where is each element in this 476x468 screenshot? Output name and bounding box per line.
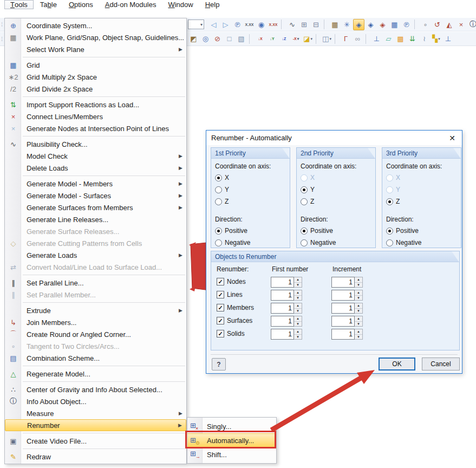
first-number-input-solids[interactable]: 1▲▼ — [271, 329, 302, 340]
menu-tools[interactable]: Tools — [4, 0, 34, 9]
dimension-lines-icon[interactable]: X.XX — [244, 19, 255, 30]
menu-window[interactable]: Window — [162, 0, 198, 9]
spinner-up-icon[interactable]: ▲ — [294, 277, 302, 283]
menu-item-renumber[interactable]: Renumber▶ — [5, 419, 186, 431]
toolbar-combo[interactable]: ▾ — [188, 20, 204, 29]
menu-item-grid[interactable]: ▦Grid — [5, 59, 186, 71]
tangent-toolbar-icon[interactable]: ∘ — [420, 19, 431, 30]
spinner-down-icon[interactable]: ▼ — [294, 309, 302, 314]
submenu-item-shift[interactable]: ⊞→Shift... — [187, 447, 276, 461]
checkbox-solids[interactable]: ✓ — [217, 330, 224, 337]
spinner-down-icon[interactable]: ▼ — [294, 335, 302, 340]
menu-item-plausibility-check[interactable]: ∿Plausibility Check... — [5, 138, 186, 150]
menu-item-work-plane-grid-snap-object-snap-guidelines[interactable]: ▦Work Plane, Grid/Snap, Object Snap, Gui… — [5, 31, 186, 43]
view-in-minus-x-icon[interactable]: -X▾ — [290, 33, 302, 44]
workplane-yz-icon[interactable]: ◈ — [365, 19, 376, 30]
menu-item-generate-loads[interactable]: Generate Loads▶ — [5, 249, 186, 261]
submenu-item-automatically[interactable]: ⊞⚙Automatically... — [187, 433, 276, 447]
menu-item-generate-nodes-at-intersection-point-of-lines[interactable]: ×Generate Nodes at Intersection Point of… — [5, 122, 186, 134]
menu-item-regenerate-model[interactable]: △Regenerate Model... — [5, 368, 186, 380]
view-next-icon[interactable]: ▷ — [220, 19, 231, 30]
rotate-toolbar-icon[interactable]: ↺ — [432, 19, 443, 30]
table-panel-icon[interactable]: ⊞ — [298, 19, 310, 30]
perspective-view-icon[interactable]: ▧ — [236, 33, 247, 44]
menu-item-grid-multiply-2x-space[interactable]: ∗2Grid Multiply 2x Space — [5, 71, 186, 83]
spinner-up-icon[interactable]: ▲ — [355, 303, 362, 309]
spinner-up-icon[interactable]: ▲ — [294, 329, 302, 335]
first-number-input-nodes-value[interactable]: 1 — [271, 277, 294, 288]
menu-item-grid-divide-2x-space[interactable]: /2Grid Divide 2x Space — [5, 83, 186, 95]
increment-input-lines[interactable]: 1▲▼ — [331, 290, 363, 301]
spinner-up-icon[interactable]: ▲ — [355, 329, 362, 335]
spinner-down-icon[interactable]: ▼ — [294, 322, 302, 327]
radio-axis-1st-priority-x[interactable]: X — [215, 172, 290, 184]
spinner-up-icon[interactable]: ▲ — [355, 277, 362, 283]
menu-item-set-parallel-line[interactable]: ∥Set Parallel Line... — [5, 277, 186, 289]
menu-item-generate-model-members[interactable]: Generate Model - Members▶ — [5, 178, 186, 190]
radio-direction-3rd-priority-negative[interactable]: Negative — [386, 237, 461, 249]
spinner-up-icon[interactable]: ▲ — [355, 290, 362, 296]
cancel-button[interactable]: Cancel — [422, 358, 460, 370]
first-number-input-lines[interactable]: 1▲▼ — [271, 290, 302, 301]
workplane-xz-icon[interactable]: ◈ — [377, 19, 388, 30]
menu-item-measure[interactable]: Measure▶ — [5, 407, 186, 419]
spinner-down-icon[interactable]: ▼ — [355, 296, 362, 301]
snap-points-icon[interactable]: ✳ — [341, 19, 353, 30]
radio-direction-3rd-priority-positive[interactable]: Positive — [386, 225, 461, 237]
increment-input-surfaces-value[interactable]: 1 — [331, 316, 355, 327]
plausibility-toolbar-icon[interactable]: ∿ — [286, 19, 298, 30]
menu-add-on-modules[interactable]: Add-on Modules — [100, 0, 162, 9]
menu-item-generate-surfaces-from-members[interactable]: Generate Surfaces from Members▶ — [5, 202, 186, 213]
new-surface-icon[interactable]: ▱ — [383, 33, 394, 44]
new-support-icon[interactable]: ⊥ — [371, 33, 382, 44]
close-icon[interactable]: ✕ — [442, 131, 462, 145]
help-button[interactable]: ? — [212, 358, 226, 370]
first-number-input-nodes[interactable]: 1▲▼ — [271, 277, 302, 288]
menu-item-import-support-reactions-as-load[interactable]: ⇅Import Support Reactions as Load... — [5, 99, 186, 110]
connect-toolbar-icon[interactable]: × — [455, 19, 467, 30]
spinner-down-icon[interactable]: ▼ — [355, 335, 362, 340]
menu-item-redraw[interactable]: ✎Redraw — [5, 451, 186, 463]
view-in-x-icon[interactable]: ↓X — [255, 33, 266, 44]
display-properties-icon[interactable]: ◫▾ — [321, 33, 332, 44]
spinner-down-icon[interactable]: ▼ — [355, 283, 362, 288]
workplane-xy-icon[interactable]: ◈ — [353, 19, 364, 30]
view-in-y-icon[interactable]: ↓Y — [266, 33, 278, 44]
spinner-up-icon[interactable]: ▲ — [294, 303, 302, 309]
menu-item-center-of-gravity-and-info-about-selected[interactable]: ∴Center of Gravity and Info About Select… — [5, 384, 186, 395]
menu-help[interactable]: Help — [200, 0, 225, 9]
menu-item-generate-line-releases[interactable]: Generate Line Releases... — [5, 213, 186, 225]
menu-item-create-video-file[interactable]: ▣Create Video File... — [5, 435, 186, 447]
first-number-input-members[interactable]: 1▲▼ — [271, 303, 302, 314]
render-mode-icon[interactable]: ◩ — [188, 33, 199, 44]
spinner-up-icon[interactable]: ▲ — [294, 290, 302, 296]
radio-direction-2nd-priority-positive[interactable]: Positive — [301, 225, 375, 237]
radio-axis-2nd-priority-z[interactable]: Z — [301, 196, 375, 207]
mirror-toolbar-icon[interactable]: ◭ — [444, 19, 455, 30]
increment-input-nodes-value[interactable]: 1 — [331, 277, 355, 288]
checkbox-nodes[interactable]: ✓ — [217, 278, 224, 285]
new-member-icon[interactable]: Γ — [340, 33, 351, 44]
checkbox-members[interactable]: ✓ — [217, 304, 224, 311]
menu-item-select-work-plane[interactable]: Select Work Plane▶ — [5, 43, 186, 55]
menu-item-coordinate-system[interactable]: ⊕Coordinate System... — [5, 20, 186, 31]
menu-item-connect-lines-members[interactable]: ×Connect Lines/Members — [5, 110, 186, 122]
first-number-input-surfaces[interactable]: 1▲▼ — [271, 316, 302, 327]
menu-item-extrude[interactable]: Extrude▶ — [5, 304, 186, 316]
table-panel2-icon[interactable]: ⊟ — [310, 19, 322, 30]
menu-item-create-round-or-angled-corner[interactable]: ⌒Create Round or Angled Corner... — [5, 328, 186, 340]
workplane-tool-icon[interactable]: ◪▾ — [302, 33, 314, 44]
numbering-icon[interactable]: ℗ — [232, 19, 243, 30]
first-number-input-solids-value[interactable]: 1 — [271, 329, 294, 340]
blocks-library-icon[interactable]: ▚▾ — [431, 33, 442, 44]
radio-axis-1st-priority-z[interactable]: Z — [215, 196, 290, 207]
connect-members-icon[interactable]: ∞ — [352, 33, 363, 44]
info-toolbar-icon[interactable]: ⓘ — [467, 19, 476, 30]
menu-item-combination-scheme[interactable]: ▤Combination Scheme... — [5, 352, 186, 364]
isometric-view-icon[interactable]: □ — [224, 33, 235, 44]
new-release-icon[interactable]: ≀ — [419, 33, 430, 44]
increment-input-solids[interactable]: 1▲▼ — [331, 329, 363, 340]
spinner-down-icon[interactable]: ▼ — [355, 309, 362, 314]
first-number-input-surfaces-value[interactable]: 1 — [271, 316, 294, 327]
menu-item-info-about-object[interactable]: ⓘInfo About Object... — [5, 395, 186, 407]
